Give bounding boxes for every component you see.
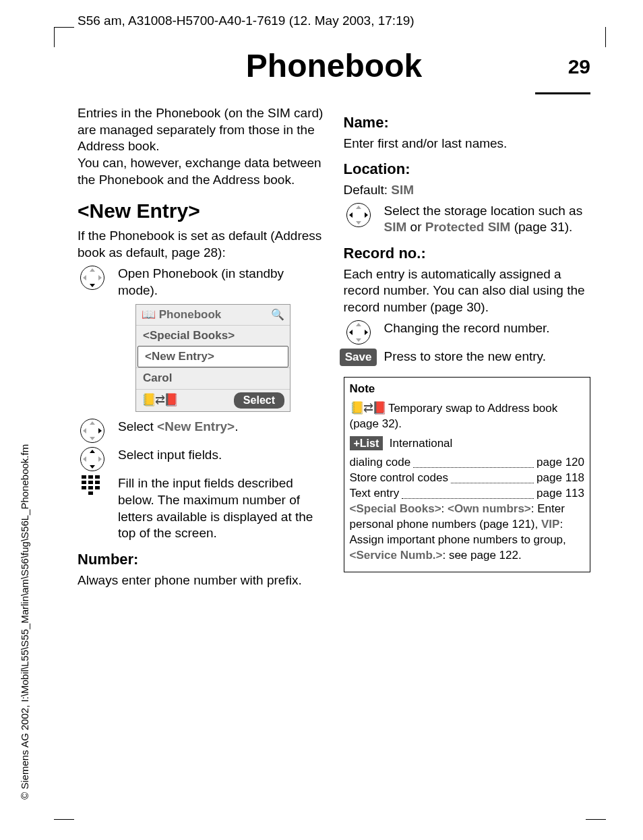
list-button: +List [350,436,384,451]
note-text-entry: Text entry page 113 [350,486,585,502]
document-side-path: © Siemens AG 2002, I:\Mobil\L55\S55_Marl… [19,444,30,800]
crop-mark [54,819,74,820]
text-emphasis: Protected SIM [425,220,511,234]
location-default: Default: SIM [344,182,591,199]
page-ref: page 120 [537,455,584,471]
screen-row-new-entry: <New Entry> [137,346,288,367]
text-fragment: (page 31). [510,220,572,234]
note-swap: 📒⇄📕 Temporary swap to Address book (page… [350,400,585,432]
text-fragment: Select [118,419,157,433]
screen-title: Phonebook [159,308,222,321]
new-entry-desc: If the Phonebook is set as default (Addr… [78,228,325,261]
book-swap-icon: 📒⇄📕 [142,392,177,408]
heading-location: Location: [344,160,591,179]
location-text: Select the storage location such as SIM … [384,203,591,236]
page-ref: page 113 [537,486,584,502]
save-text: Press to store the new entry. [384,349,591,365]
book-swap-icon: 📒⇄📕 [350,401,386,415]
text-emphasis: <Special Books> [350,502,441,515]
text-emphasis: <New Entry> [157,419,235,433]
text-fragment: : see page 122. [442,549,521,562]
save-softkey: Save [340,349,377,366]
phone-screen-mock: 📖 Phonebook 🔍 <Special Books> <New Entry… [135,304,290,412]
page-title: Phonebook [246,47,422,84]
softkey-select: Select [234,392,284,409]
heading-new-entry: <New Entry> [78,198,325,224]
dpad-down-icon [80,266,104,290]
number-text: Always enter phone number with prefix. [78,572,325,589]
crop-mark [54,27,74,47]
note-intl-line1: +List International [350,436,585,452]
record-intro: Each entry is automatically assigned a r… [344,266,591,316]
text-emphasis: SIM [391,183,414,197]
title-underline [535,92,590,94]
text-emphasis: SIM [384,220,407,234]
note-store-codes: Store control codes page 118 [350,471,585,486]
text-fragment: dialing code [350,455,411,471]
note-box: Note 📒⇄📕 Temporary swap to Address book … [344,377,591,572]
screen-row-special: <Special Books> [136,325,290,346]
phonebook-icon: 📖 Phonebook [142,307,221,322]
page-number: 29 [568,55,590,78]
document-header: S56 am, A31008-H5700-A40-1-7619 (12. May… [78,13,415,28]
dpad-updown-icon [80,447,104,471]
screen-row-carol: Carol [136,367,290,388]
text-fragment: Text entry [350,486,400,502]
name-text: Enter first and/or last names. [344,136,591,152]
note-title: Note [350,382,585,397]
note-intl-line2: dialing code page 120 [350,455,585,471]
text-fragment: Default: [344,183,392,197]
select-new-entry-text: Select <New Entry>. [118,419,325,436]
text-fragment: Store control codes [350,471,448,486]
text-fragment: International [390,437,453,450]
search-icon: 🔍 [271,308,284,322]
text-fragment: Select the storage location such as [384,204,583,218]
text-fragment: or [406,220,425,234]
fill-fields-text: Fill in the input fields described below… [118,475,325,542]
crop-mark [586,819,606,820]
heading-record: Record no.: [344,244,591,264]
dpad-right-icon [80,419,104,443]
text-emphasis: VIP [541,518,559,531]
heading-number: Number: [78,550,325,570]
keypad-icon [82,475,103,494]
text-fragment: . [235,419,238,433]
dpad-leftright-icon [346,320,371,344]
text-fragment: : [441,502,448,515]
text-emphasis: <Service Numb.> [350,549,443,562]
change-record-text: Changing the record number. [384,320,591,337]
crop-mark [605,27,606,47]
dpad-leftright-icon [346,203,371,227]
page-ref: page 118 [537,471,584,486]
open-phonebook-text: Open Phonebook (in standby mode). [118,266,325,299]
select-input-fields-text: Select input fields. [118,447,325,464]
intro-paragraph: Entries in the Phonebook (on the SIM car… [78,105,325,188]
heading-name: Name: [344,113,591,133]
note-special-books: <Special Books>: <Own numbrs>: Enter per… [350,502,585,564]
text-emphasis: <Own numbrs> [448,502,531,515]
